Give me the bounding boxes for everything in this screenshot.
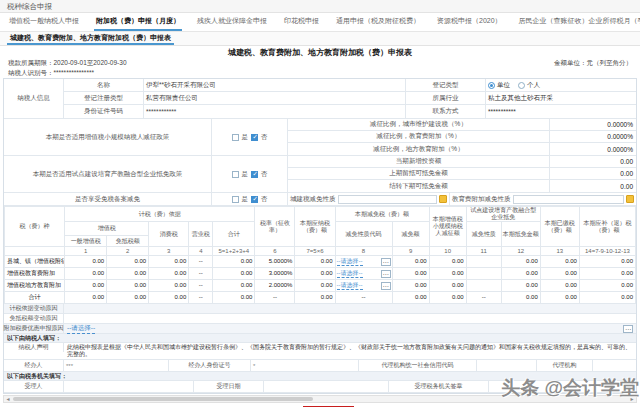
tab-disabled-employment-fund[interactable]: 残疾人就业保障金申报 — [195, 13, 269, 31]
taxpayer-id-value: **************** — [54, 69, 94, 76]
surtax-preference-select[interactable]: --请选择-- — [67, 324, 95, 334]
cell-vat-general[interactable]: 0.00 — [65, 256, 107, 268]
yes-checkbox[interactable] — [232, 196, 239, 203]
col-small-scale-header: 本期增值税小规模纳税人减征额 — [429, 207, 466, 247]
agency-value[interactable] — [593, 360, 636, 371]
reduction-ratio-edu-label: 减征比例，教育费附加（%） — [288, 131, 550, 142]
tab-resource-tax[interactable]: 资源税申报（2020） — [435, 13, 504, 31]
col-payable-header: 本期应纳税（费）额 — [295, 207, 335, 247]
yes-checkbox[interactable] — [232, 134, 239, 141]
ucmt-exemption-nature-input[interactable] — [338, 195, 438, 204]
tab-surtax-monthly[interactable]: 附加税（费）申报（月度） — [94, 13, 182, 31]
cell-paid[interactable]: 0.00 — [540, 280, 579, 292]
pilot-credit-policy-choice: 是 否 — [212, 156, 288, 192]
cell-pilot-amt: 0.00 — [501, 256, 540, 268]
exempt-change-reason-value[interactable] — [64, 314, 636, 323]
person-radio[interactable] — [518, 82, 525, 89]
agent-id-label: 经办人身份证号 — [169, 360, 251, 371]
tax-row-county-town: 县城、镇（增值税附征） 0.00 0.00 0.00 -- 0.00 5.000… — [5, 256, 636, 268]
col-pilot-amt-header: 本期抵免金额 — [501, 222, 540, 247]
reduction-ratio-local-edu-value: 0.0000% — [550, 143, 636, 155]
carryforward-credit-label: 结转下期可抵免金额 — [288, 180, 550, 192]
col-reduction-amt-header: 减免额 — [392, 222, 429, 247]
prior-credit-label: 上期留抵可抵免金额 — [288, 168, 550, 179]
tab-vat-general-taxpayer[interactable]: 增值税一般纳税人申报 — [7, 13, 81, 31]
picker-icon[interactable]: ⋯ — [381, 258, 391, 266]
scrollbar-thumb[interactable] — [13, 397, 313, 401]
cell-total: 0.00 — [213, 268, 255, 280]
agency-label: 代理机构 — [537, 360, 593, 371]
reduction-code-select[interactable]: --请选择-- — [337, 270, 363, 278]
reduction-ratio-ucmt-value: 0.0000% — [550, 119, 636, 130]
no-label: 否 — [261, 170, 268, 179]
col-vat-exempt-header: 免抵税额 — [107, 236, 149, 247]
cell-vat-exempt[interactable]: 0.00 — [107, 268, 149, 280]
cell-reduction-amt: 0.00 — [392, 280, 429, 292]
cell-paid[interactable]: 0.00 — [540, 268, 579, 280]
cell-paid[interactable]: 0.00 — [540, 256, 579, 268]
reduction-ratio-ucmt-label: 减征比例，城市维护建设税（%） — [288, 119, 550, 130]
yes-label: 是 — [242, 170, 249, 179]
unit-radio-label: 单位 — [497, 81, 510, 90]
form-meta: 税款所属期限：2020-09-01至2020-09-30 金额单位：元（列至角分… — [0, 58, 640, 68]
no-checkbox[interactable] — [251, 196, 258, 203]
cell-vat-general[interactable]: 0.00 — [65, 280, 107, 292]
small-scale-policy-row: 本期是否适用增值税小规模纳税人减征政策 是 否 减征比例，城市维护建设税（%） … — [4, 119, 636, 156]
cell-total: 0.00 — [213, 256, 255, 268]
reduction-code-select[interactable]: --请选择-- — [337, 258, 363, 266]
surtax-preference-reason-label: 附加税费优惠申报原因 — [4, 324, 64, 333]
reg-kind-label: 登记类型 — [406, 79, 486, 91]
col-pilot-header: 试点建设培育产教融合型企业抵免 — [466, 207, 540, 222]
tab-resident-enterprise-income-tax[interactable]: 居民企业（查账征收）企业所得税月（季）度申报 — [517, 13, 640, 31]
agency-code-value[interactable] — [477, 360, 537, 371]
subtab-surtax-form[interactable]: 城建税、教育费附加、地方教育附加税（费）申报表 — [7, 32, 174, 45]
cell-vat-general[interactable]: 0.00 — [65, 268, 107, 280]
name-label: 名称 — [64, 79, 144, 91]
edu-exemption-nature-input[interactable] — [513, 195, 625, 204]
col-due-header: 本期应补（退）税（费）额 — [579, 207, 635, 247]
agent-id-value[interactable]: * — [251, 360, 359, 371]
agent-row: 经办人 *** 经办人身份证号 * 代理机构统一社会信用代码 代理机构 — [4, 360, 636, 372]
base-change-reason-row: 计税依据变动原因 — [4, 304, 636, 314]
base-change-reason-label: 计税依据变动原因 — [4, 304, 64, 313]
reg-kind-options: 单位 个人 — [486, 79, 636, 91]
col-total-header: 合计 — [213, 222, 255, 247]
col-vat-general-header: 一般增值税 — [65, 236, 107, 247]
taxpayer-id-line: 纳税人识别号：**************** — [0, 68, 640, 77]
scroll-right-icon[interactable]: ▸ — [628, 396, 636, 402]
yes-checkbox[interactable] — [232, 171, 239, 178]
reg-type-value: 私营有限责任公司 — [144, 92, 406, 104]
small-scale-policy-choice: 是 否 — [212, 119, 288, 155]
tax-row-label: 增值税地方教育附加 — [5, 280, 65, 292]
picker-icon[interactable]: ⋯ — [381, 270, 391, 278]
agent-value[interactable]: *** — [64, 360, 169, 371]
surtax-preference-reason-row: 附加税费优惠申报原因 --请选择-- ⋯ — [4, 324, 636, 334]
cell-small-scale: 0.00 — [429, 268, 466, 280]
picker-icon[interactable]: ⋯ — [623, 325, 633, 333]
no-checkbox[interactable] — [251, 171, 258, 178]
exemption-record-label: 是否享受免税备案减免 — [4, 193, 212, 205]
lookup-icon[interactable] — [439, 195, 447, 203]
no-checkbox[interactable] — [251, 134, 258, 141]
col-reduction-header: 本期减免税（费）额 — [335, 207, 429, 222]
acceptor-label: 受理人 — [4, 381, 64, 392]
scroll-left-icon[interactable]: ◂ — [4, 396, 12, 402]
person-radio-label: 个人 — [527, 81, 540, 90]
cell-rate: 5.0000% — [255, 256, 295, 268]
cell-vat-exempt[interactable]: 0.00 — [107, 280, 149, 292]
accept-org-value — [489, 381, 636, 392]
tab-general-declaration[interactable]: 通用申报（税及附征税费） — [334, 13, 422, 31]
lookup-icon[interactable] — [626, 195, 634, 203]
cell-vat-exempt[interactable]: 0.00 — [107, 256, 149, 268]
horizontal-scrollbar[interactable]: ◂ ▸ — [3, 395, 637, 403]
base-change-reason-value[interactable] — [64, 304, 636, 313]
sub-tab-bar: 城建税、教育费附加、地方教育附加税（费）申报表 — [0, 32, 640, 46]
cell-pilot-amt: 0.00 — [501, 280, 540, 292]
tax-row-vat-edu-surcharge: 增值税教育费附加 0.00 0.00 0.00 -- 0.00 3.0000% … — [5, 268, 636, 280]
reduction-code-select[interactable]: --请选择-- — [337, 282, 363, 290]
tab-stamp-tax[interactable]: 印花税申报 — [282, 13, 321, 31]
picker-icon[interactable]: ⋯ — [381, 282, 391, 290]
tax-declaration-page: 税种综合申报 增值税一般纳税人申报 附加税（费）申报（月度） 残疾人就业保障金申… — [0, 0, 640, 407]
industry-label: 所属行业 — [406, 92, 486, 104]
unit-radio[interactable] — [488, 82, 495, 89]
